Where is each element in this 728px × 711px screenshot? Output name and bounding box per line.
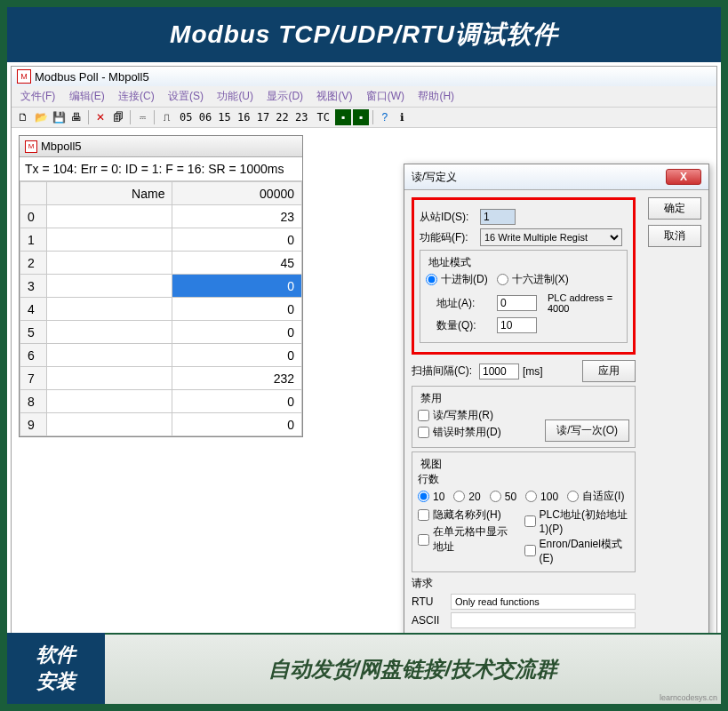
view-title: 视图 bbox=[418, 457, 444, 472]
menu-settings[interactable]: 设置(S) bbox=[163, 88, 209, 104]
new-icon[interactable]: 🗋 bbox=[15, 109, 31, 125]
app-icon: M bbox=[17, 69, 31, 84]
whatsthis-icon[interactable]: ℹ bbox=[395, 109, 411, 125]
col-value[interactable]: 00000 bbox=[172, 182, 302, 205]
addr-mode-title: 地址模式 bbox=[426, 255, 474, 270]
scan-label: 扫描间隔(C): bbox=[412, 363, 476, 379]
save-icon[interactable]: 💾 bbox=[51, 109, 67, 125]
highlight-box: 从站ID(S): 功能码(F): 16 Write Multiple Regis… bbox=[412, 197, 636, 355]
help-icon[interactable]: ? bbox=[377, 109, 393, 125]
ok-button[interactable]: 确定 bbox=[648, 197, 701, 220]
rw-definition-dialog: 读/写定义 X 确定 取消 从站ID(S): bbox=[404, 164, 709, 639]
menu-edit[interactable]: 编辑(E) bbox=[64, 88, 110, 104]
qty-input[interactable] bbox=[497, 317, 537, 333]
monitor2-icon[interactable]: ▪ bbox=[353, 109, 369, 125]
selected-cell[interactable]: 0 bbox=[172, 275, 302, 298]
req-title: 请求 bbox=[412, 576, 636, 591]
slave-id-label: 从站ID(S): bbox=[420, 210, 476, 225]
slave-id-input[interactable] bbox=[480, 209, 516, 225]
table-row: 50 bbox=[20, 321, 302, 344]
child-window: M Mbpoll5 Tx = 104: Err = 0: ID = 1: F =… bbox=[19, 135, 303, 437]
footer-left: 软件 安装 bbox=[7, 633, 105, 704]
toolbar-codes: 05 06 15 16 17 22 23 bbox=[176, 111, 312, 124]
chk-show-addr[interactable]: 在单元格中显示地址 bbox=[418, 524, 510, 555]
scan-unit: [ms] bbox=[523, 365, 543, 378]
app-title: Modbus Poll - Mbpoll5 bbox=[35, 70, 149, 84]
ascii-value bbox=[451, 612, 636, 628]
menu-window[interactable]: 窗口(W) bbox=[361, 88, 410, 104]
toolbar: 🗋 📂 💾 🖶 ✕ 🗐 ⎓ ⎍ 05 06 15 16 17 22 23 TC … bbox=[12, 108, 716, 128]
delete-icon[interactable]: ✕ bbox=[92, 109, 108, 125]
child-title-bar: M Mbpoll5 bbox=[20, 136, 302, 157]
radio-10[interactable]: 10 bbox=[418, 491, 444, 503]
status-line: Tx = 104: Err = 0: ID = 1: F = 16: SR = … bbox=[20, 157, 302, 181]
radio-hex[interactable]: 十六进制(X) bbox=[497, 272, 569, 287]
plc-addr-text: PLC address = 4000 bbox=[548, 292, 621, 314]
pulse-icon[interactable]: ⎍ bbox=[158, 109, 174, 125]
chk-enron[interactable]: Enron/Daniel模式(E) bbox=[524, 537, 629, 564]
banner-title: Modbus TCP/UDP/RTU调试软件 bbox=[7, 7, 721, 62]
col-name[interactable]: Name bbox=[47, 182, 172, 205]
table-row: 60 bbox=[20, 344, 302, 367]
rtu-value: Only read functions bbox=[451, 594, 636, 610]
ascii-label: ASCII bbox=[412, 614, 444, 627]
workspace: M Mbpoll5 Tx = 104: Err = 0: ID = 1: F =… bbox=[12, 128, 716, 661]
rtu-label: RTU bbox=[412, 595, 444, 608]
scan-input[interactable] bbox=[479, 363, 519, 379]
toolbar-tc[interactable]: TC bbox=[314, 111, 333, 124]
menu-file[interactable]: 文件(F) bbox=[15, 88, 60, 104]
chk-rw-disable[interactable]: 读/写禁用(R) bbox=[418, 408, 501, 423]
chk-hide-name[interactable]: 隐藏名称列(H) bbox=[418, 507, 510, 523]
chk-err-disable[interactable]: 错误时禁用(D) bbox=[418, 425, 501, 440]
title-bar: M Modbus Poll - Mbpoll5 bbox=[12, 67, 716, 86]
footer: 软件 安装 自动发货/网盘链接/技术交流群 learncodesys.cn bbox=[7, 633, 721, 704]
connect-icon[interactable]: ⎓ bbox=[134, 109, 150, 125]
radio-auto[interactable]: 自适应(I) bbox=[567, 489, 624, 504]
menu-connect[interactable]: 连接(C) bbox=[113, 88, 160, 104]
app-window: M Modbus Poll - Mbpoll5 文件(F) 编辑(E) 连接(C… bbox=[11, 66, 717, 662]
qty-label: 数量(Q): bbox=[436, 318, 493, 333]
table-row: 80 bbox=[20, 390, 302, 413]
table-row: 90 bbox=[20, 413, 302, 436]
menu-help[interactable]: 帮助(H) bbox=[412, 88, 460, 104]
doc-icon: M bbox=[25, 140, 37, 153]
func-select[interactable]: 16 Write Multiple Regist bbox=[480, 228, 622, 246]
radio-50[interactable]: 50 bbox=[490, 491, 516, 503]
addr-label: 地址(A): bbox=[436, 296, 493, 311]
table-row: 023 bbox=[20, 205, 302, 228]
menu-bar: 文件(F) 编辑(E) 连接(C) 设置(S) 功能(U) 显示(D) 视图(V… bbox=[12, 86, 716, 108]
addr-input[interactable] bbox=[497, 295, 537, 311]
cancel-button[interactable]: 取消 bbox=[648, 225, 701, 247]
radio-dec[interactable]: 十进制(D) bbox=[426, 272, 488, 287]
table-row: 245 bbox=[20, 252, 302, 275]
table-row: 10 bbox=[20, 228, 302, 252]
disable-title: 禁用 bbox=[418, 391, 444, 406]
print-icon[interactable]: 🖶 bbox=[68, 109, 84, 125]
close-icon[interactable]: X bbox=[666, 169, 701, 185]
table-row: 30 bbox=[20, 275, 302, 298]
dialog-title: 读/写定义 bbox=[412, 170, 457, 185]
monitor1-icon[interactable]: ▪ bbox=[335, 109, 351, 125]
radio-20[interactable]: 20 bbox=[453, 491, 480, 503]
func-label: 功能码(F): bbox=[420, 230, 476, 245]
watermark: learncodesys.cn bbox=[660, 693, 717, 702]
data-grid[interactable]: Name00000 023 10 245 30 40 50 60 7232 80… bbox=[20, 181, 302, 436]
rw-once-button[interactable]: 读/写一次(O) bbox=[545, 419, 629, 442]
open-icon[interactable]: 📂 bbox=[33, 109, 49, 125]
table-row: 7232 bbox=[20, 367, 302, 390]
footer-right: 自动发货/网盘链接/技术交流群 learncodesys.cn bbox=[105, 633, 721, 704]
menu-display[interactable]: 显示(D) bbox=[261, 88, 308, 104]
menu-view[interactable]: 视图(V) bbox=[311, 88, 357, 104]
copy-icon[interactable]: 🗐 bbox=[110, 109, 126, 125]
dialog-title-bar: 读/写定义 X bbox=[404, 164, 708, 190]
chk-plc-addr[interactable]: PLC地址(初始地址1)(P) bbox=[524, 507, 629, 535]
table-row: 40 bbox=[20, 298, 302, 321]
rows-label: 行数 bbox=[418, 472, 629, 487]
child-title: Mbpoll5 bbox=[41, 140, 82, 153]
menu-function[interactable]: 功能(U) bbox=[212, 88, 259, 104]
apply-button[interactable]: 应用 bbox=[582, 360, 636, 382]
radio-100[interactable]: 100 bbox=[525, 491, 558, 503]
